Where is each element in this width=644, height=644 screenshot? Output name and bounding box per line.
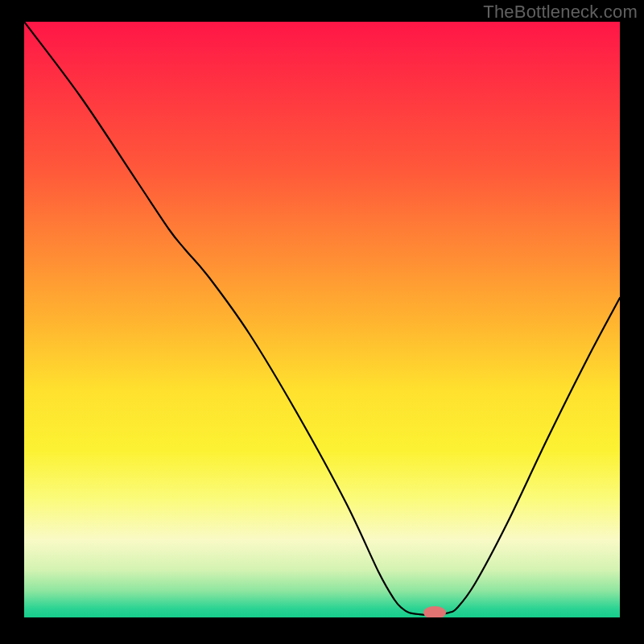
watermark-text: TheBottleneck.com [483,2,638,23]
optimum-marker [423,606,446,619]
chart-stage: TheBottleneck.com [0,0,644,644]
bottleneck-chart [0,0,644,644]
gradient-background [24,22,620,617]
